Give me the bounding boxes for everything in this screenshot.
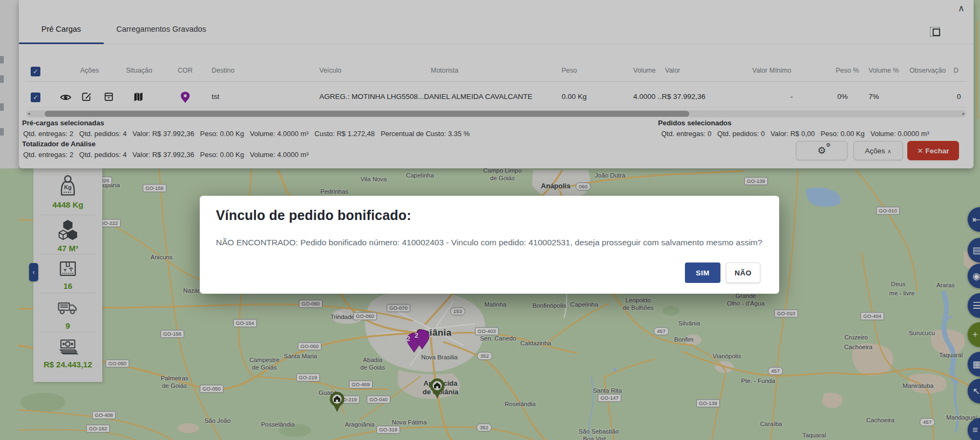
- nao-button[interactable]: NÃO: [726, 262, 760, 283]
- app-screen: GoiâniaAnápolisAparecida de GoiâniaTrind…: [0, 0, 980, 440]
- dialog-title: Vínculo de pedido bonificado:: [216, 208, 411, 223]
- bonificado-dialog: Vínculo de pedido bonificado: NÃO ENCONT…: [200, 196, 779, 294]
- sim-button[interactable]: SIM: [685, 262, 720, 283]
- dialog-message: NÃO ENCONTRADO: Pedido bonificado número…: [216, 238, 762, 247]
